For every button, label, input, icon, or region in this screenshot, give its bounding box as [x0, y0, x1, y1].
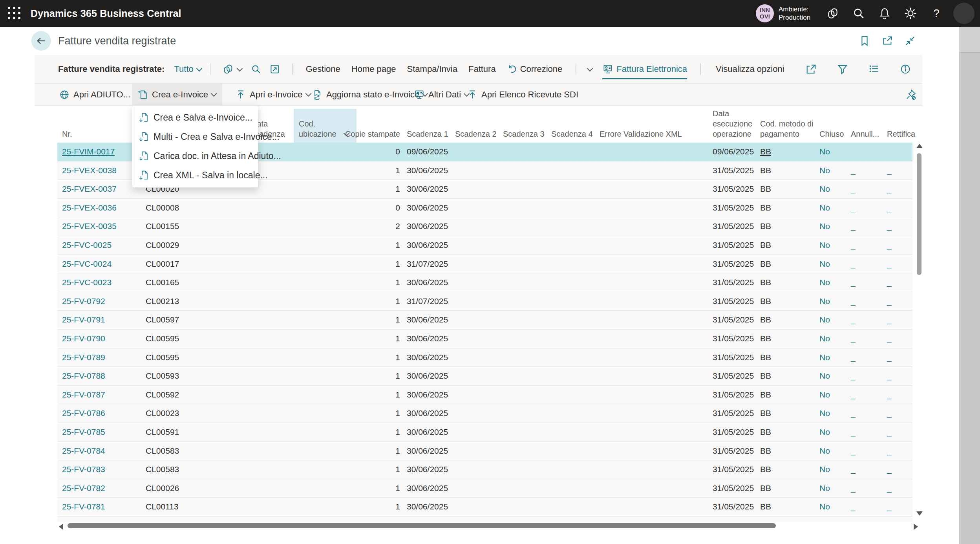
- column-header-errore-validazione-xml[interactable]: Errore Validazione XML: [600, 129, 682, 139]
- user-avatar[interactable]: [953, 3, 975, 24]
- search-icon[interactable]: [846, 4, 872, 22]
- action-apri-e-invoice[interactable]: Apri e-Invoice: [230, 84, 317, 105]
- environment-badge[interactable]: INN OVI: [756, 4, 774, 22]
- scroll-right-arrow[interactable]: [914, 524, 918, 530]
- table-row[interactable]: 25-FV-0789CL00595130/06/202531/05/2025BB…: [57, 348, 912, 367]
- metodo-pagamento-cell: BB: [760, 236, 771, 255]
- menu-item-multi-crea-e-salva-e-invoice[interactable]: Multi - Crea e Salva e-Invoice...: [132, 127, 258, 147]
- table-row[interactable]: 25-FV-0785CL00591130/06/202531/05/2025BB…: [57, 423, 912, 442]
- nr-link[interactable]: 25-FVC-0025: [62, 236, 112, 255]
- column-header-chiuso[interactable]: Chiuso: [819, 129, 844, 139]
- nr-link[interactable]: 25-FV-0789: [62, 348, 105, 367]
- action-apri-elenco-ricevute-sdi[interactable]: Apri Elenco Ricevute SDI: [461, 84, 584, 105]
- nr-link[interactable]: 25-FV-0784: [62, 442, 105, 460]
- filter-view-dropdown[interactable]: Tutto: [174, 64, 202, 74]
- column-header-cod-metodo-di-pagamento[interactable]: Cod. metodo di pagamento: [760, 119, 816, 139]
- nr-link[interactable]: 25-FV-0782: [62, 479, 105, 498]
- copilot-menu-icon[interactable]: [222, 63, 243, 75]
- nr-link[interactable]: 25-FV-0791: [62, 311, 105, 329]
- table-row[interactable]: 25-FV-0792CL00213131/07/202531/05/2025BB…: [57, 292, 912, 311]
- table-row[interactable]: 25-FV-0781CL00113130/06/202531/05/2025BB…: [57, 498, 912, 517]
- nr-link[interactable]: 25-FV-0786: [62, 404, 105, 423]
- menu-item-correzione[interactable]: Correzione: [507, 60, 563, 78]
- table-row[interactable]: 25-FV-0786CL00023130/06/202531/05/2025BB…: [57, 404, 912, 423]
- menu-overflow-chevron[interactable]: [588, 68, 593, 71]
- action-label: Altri Dati: [428, 90, 461, 100]
- menu-item-visualizza-opzioni[interactable]: Visualizza opzioni: [716, 60, 784, 78]
- nr-link[interactable]: 25-FV-0783: [62, 460, 105, 479]
- nr-link[interactable]: 25-FVEX-0037: [62, 180, 117, 198]
- nr-link[interactable]: 25-FVEX-0036: [62, 199, 117, 217]
- nr-link[interactable]: 25-FVC-0024: [62, 255, 112, 273]
- open-in-new-window-icon[interactable]: [881, 35, 893, 47]
- menu-item-gestione[interactable]: Gestione: [306, 60, 340, 78]
- collapse-icon[interactable]: [904, 35, 916, 47]
- nr-link[interactable]: 25-FV-0788: [62, 367, 105, 385]
- column-header-rettifica[interactable]: Rettifica: [887, 129, 915, 139]
- table-row[interactable]: 25-FVC-0023CL00165130/06/202531/05/2025B…: [57, 273, 912, 292]
- data-esecuzione-cell: 31/05/2025: [713, 292, 754, 311]
- filter-icon[interactable]: [837, 63, 848, 75]
- nr-link[interactable]: 25-FVEX-0038: [62, 161, 117, 180]
- bookmark-icon[interactable]: [859, 35, 870, 47]
- analyze-icon[interactable]: [269, 64, 280, 75]
- table-row[interactable]: 25-FVC-0024CL00017131/07/202531/05/2025B…: [57, 255, 912, 274]
- back-button[interactable]: [31, 31, 51, 51]
- share-icon[interactable]: [805, 63, 817, 75]
- menu-item-home-page[interactable]: Home page: [351, 60, 396, 78]
- table-row[interactable]: 25-FVEX-0035CL00155230/06/202531/05/2025…: [57, 217, 912, 236]
- table-row[interactable]: 25-FV-0784CL00583130/06/202531/05/2025BB…: [57, 442, 912, 461]
- column-header-scadenza-2[interactable]: Scadenza 2: [455, 129, 497, 139]
- app-launcher-icon[interactable]: [5, 4, 24, 22]
- menu-item-stampa-invia[interactable]: Stampa/Invia: [407, 60, 457, 78]
- column-header-nr[interactable]: Nr.: [62, 129, 72, 139]
- nr-link[interactable]: 25-FVEX-0035: [62, 217, 117, 236]
- column-header-scadenza-1[interactable]: Scadenza 1: [407, 129, 448, 139]
- table-row[interactable]: 25-FVEX-0036CL00008030/06/202531/05/2025…: [57, 199, 912, 218]
- list-view-icon[interactable]: [868, 63, 880, 75]
- settings-gear-icon[interactable]: [898, 4, 923, 22]
- table-row[interactable]: 25-FV-0787CL00592130/06/202531/05/2025BB…: [57, 386, 912, 405]
- table-row[interactable]: 25-FV-0782CL00026130/06/202531/05/2025BB…: [57, 479, 912, 498]
- scroll-up-arrow[interactable]: [916, 144, 923, 148]
- menu-item-carica-doc-in-attesa[interactable]: Carica doc. in Attesa in Adiuto...: [132, 147, 258, 166]
- table-row[interactable]: 25-FV-0788CL00593130/06/202531/05/2025BB…: [57, 367, 912, 386]
- table-row[interactable]: 25-FVC-0025CL00029130/06/202531/05/2025B…: [57, 236, 912, 255]
- column-header-scadenza-4[interactable]: Scadenza 4: [551, 129, 593, 139]
- menu-item-crea-e-salva-e-invoice[interactable]: Crea e Salva e-Invoice...: [132, 108, 258, 127]
- info-icon[interactable]: [900, 63, 911, 75]
- table-row[interactable]: 25-FV-0790CL00595130/06/202531/05/2025BB…: [57, 330, 912, 348]
- vertical-scrollbar-thumb[interactable]: [917, 153, 921, 275]
- nr-link[interactable]: 25-FV-0787: [62, 386, 105, 404]
- nr-link[interactable]: 25-FV-0790: [62, 330, 105, 348]
- column-header-scadenza-3[interactable]: Scadenza 3: [503, 129, 545, 139]
- table-row[interactable]: 25-FV-0783CL00583130/06/202531/05/2025BB…: [57, 460, 912, 479]
- menu-item-fattura[interactable]: Fattura: [468, 60, 496, 78]
- action-apri-adiuto[interactable]: Apri ADIUTO...: [53, 84, 136, 105]
- table-row[interactable]: 25-FV-0791CL00597130/06/202531/05/2025BB…: [57, 311, 912, 330]
- vertical-scrollbar[interactable]: [915, 143, 923, 523]
- column-header-data-esecuzione-operazione[interactable]: Data esecuzione operazione: [713, 108, 761, 139]
- nr-link[interactable]: 25-FV-0785: [62, 423, 105, 441]
- scroll-left-arrow[interactable]: [59, 524, 63, 530]
- notifications-icon[interactable]: [872, 4, 898, 22]
- copilot-icon[interactable]: [820, 4, 846, 22]
- menu-item-fattura-elettronica[interactable]: Fattura Elettronica: [602, 59, 687, 79]
- column-header-annullata[interactable]: Annull...: [851, 129, 879, 139]
- horizontal-scrollbar-thumb[interactable]: [68, 523, 776, 528]
- unpin-icon[interactable]: [905, 84, 917, 105]
- copie-stampate-cell: 1: [344, 255, 400, 273]
- nr-link[interactable]: 25-FVC-0023: [62, 273, 112, 292]
- search-list-icon[interactable]: [250, 64, 261, 75]
- nr-link[interactable]: 25-FVIM-0017: [62, 143, 115, 161]
- scroll-down-arrow[interactable]: [916, 511, 923, 516]
- menu-item-crea-xml-salva-in-locale[interactable]: Crea XML - Salva in locale...: [132, 166, 258, 185]
- action-crea-e-invoice[interactable]: Crea e-Invoice: [132, 84, 222, 105]
- nr-link[interactable]: 25-FV-0781: [62, 498, 105, 516]
- app-title[interactable]: Dynamics 365 Business Central: [31, 8, 181, 19]
- horizontal-scrollbar[interactable]: [55, 522, 923, 531]
- action-label: Crea e-Invoice: [152, 90, 208, 100]
- nr-link[interactable]: 25-FV-0792: [62, 292, 105, 311]
- help-icon[interactable]: ?: [923, 4, 949, 22]
- column-header-copie-stampate[interactable]: Copie stampate: [344, 129, 400, 139]
